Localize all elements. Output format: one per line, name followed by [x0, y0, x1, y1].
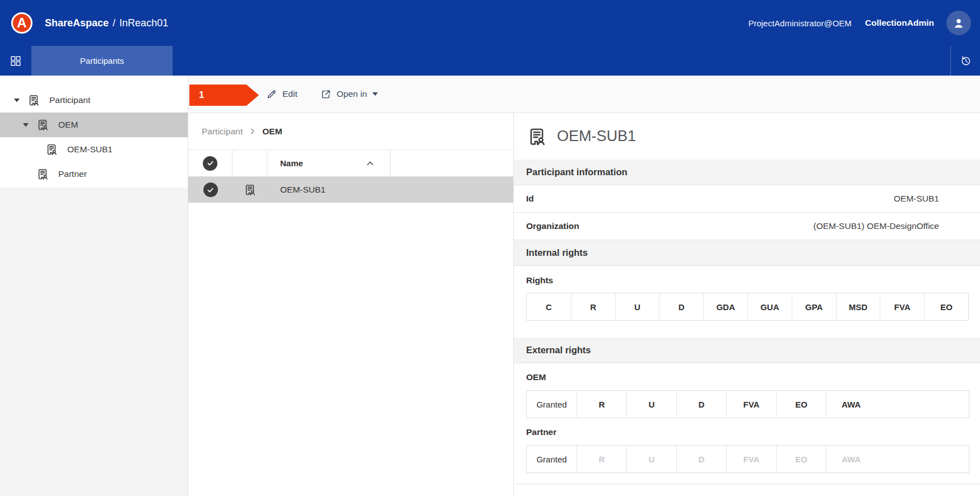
right-cell: GDA [703, 293, 747, 320]
participant-tree-sidebar: Participant OEM OEM-SUB1 [0, 76, 188, 496]
right-cell: EO [924, 293, 968, 320]
dropdown-caret-icon [372, 92, 378, 96]
header-right: ProjectAdministrator@OEM CollectionAdmin [748, 11, 980, 35]
current-role: CollectionAdmin [865, 18, 934, 28]
brand-name: ShareAspace [45, 17, 109, 29]
main-area: 1 Edit Open in [188, 76, 980, 496]
right-cell: D [659, 293, 703, 320]
grid-icon [10, 55, 22, 67]
details-header: OEM-SUB1 [526, 113, 980, 160]
tree-item-label: OEM [58, 120, 78, 130]
content-area: Participant OEM OEM-SUB1 [0, 76, 980, 496]
name-column-header[interactable]: Name [267, 150, 391, 176]
row-checkbox[interactable] [203, 183, 218, 197]
field-label: Id [526, 194, 534, 204]
section-external-rights: External rights [514, 338, 980, 363]
open-external-icon [320, 88, 332, 100]
tree-item-oem-sub1[interactable]: OEM-SUB1 [0, 137, 188, 162]
right-cell-disabled: D [676, 446, 726, 472]
user-avatar[interactable] [946, 11, 971, 35]
right-cell: GUA [747, 293, 792, 320]
right-cell: MSD [836, 293, 880, 320]
external-group-label-oem: OEM [526, 372, 980, 382]
right-cell: AWA [826, 391, 876, 418]
app-header: A ShareAspace / InReach01 ProjectAdminis… [0, 0, 980, 46]
right-cell-disabled: FVA [726, 446, 776, 472]
right-cell: C [527, 293, 571, 320]
right-cell: U [626, 391, 676, 418]
edit-label: Edit [282, 89, 298, 99]
right-cell-disabled: AWA [826, 446, 876, 472]
participant-tree: Participant OEM OEM-SUB1 [0, 76, 188, 188]
pencil-icon [266, 88, 277, 100]
details-title: OEM-SUB1 [557, 128, 636, 145]
row-name-cell: OEM-SUB1 [267, 177, 391, 203]
right-cell: FVA [880, 293, 924, 320]
tree-item-label: Partner [58, 169, 87, 179]
breadcrumb-current: OEM [262, 127, 282, 137]
table-row-oem-sub1[interactable]: OEM-SUB1 [188, 177, 513, 203]
tree-item-label: Participant [49, 95, 90, 105]
external-rights-table-oem: Granted R U D FVA EO AWA [526, 390, 969, 418]
module-nav: Participants [0, 46, 980, 76]
person-icon [951, 16, 966, 30]
right-cell: GPA [792, 293, 836, 320]
breadcrumb-chevron-icon [248, 127, 257, 135]
participant-details-panel: OEM-SUB1 Participant information Id OEM-… [513, 113, 980, 496]
apps-grid-button[interactable] [0, 46, 31, 76]
tab-participants[interactable]: Participants [31, 46, 173, 76]
external-rights-table-partner: Granted R U D FVA EO AWA [526, 445, 969, 473]
participant-icon [36, 167, 49, 181]
row-name: OEM-SUB1 [280, 185, 326, 195]
right-cell: D [676, 391, 726, 418]
logo-letter: A [17, 15, 26, 31]
tree-item-participant[interactable]: Participant [0, 88, 188, 113]
section-participant-information: Participant information [514, 160, 980, 185]
participant-list-panel: Participant OEM [188, 113, 513, 496]
select-all-checkbox[interactable] [203, 156, 217, 171]
history-button[interactable] [951, 46, 980, 76]
right-cell: EO [776, 391, 826, 418]
section-label: External rights [526, 345, 591, 355]
edit-button[interactable]: Edit [266, 88, 298, 100]
participant-icon [243, 183, 257, 196]
title-divider: / [113, 17, 115, 29]
right-cell-disabled: R [577, 446, 626, 472]
shareaspace-app: A ShareAspace / InReach01 ProjectAdminis… [0, 0, 980, 496]
shareaspace-logo: A [11, 12, 32, 34]
participant-icon [27, 93, 40, 107]
open-in-button[interactable]: Open in [320, 88, 378, 100]
participant-icon [526, 126, 547, 147]
granted-cell: Granted [527, 446, 577, 472]
sort-ascending-icon[interactable] [366, 160, 374, 166]
history-icon [959, 54, 972, 67]
select-all-column [188, 150, 233, 176]
tab-label: Participants [80, 56, 124, 65]
tree-item-oem[interactable]: OEM [0, 113, 188, 137]
expand-caret-icon[interactable] [20, 123, 31, 127]
expand-caret-icon[interactable] [11, 99, 22, 102]
right-cell: R [577, 391, 626, 418]
workspace-name: InReach01 [119, 17, 168, 29]
panels-row: Participant OEM [188, 113, 980, 496]
participant-icon [45, 143, 58, 156]
right-cell-disabled: U [626, 446, 676, 472]
nav-right [950, 46, 980, 76]
tree-item-partner[interactable]: Partner [0, 162, 188, 186]
right-cell-disabled: EO [776, 446, 826, 472]
section-label: Participant information [526, 167, 628, 177]
tree-item-label: OEM-SUB1 [67, 144, 113, 155]
name-column-label: Name [280, 158, 303, 168]
command-toolbar: 1 Edit Open in [188, 76, 980, 113]
table-header: Name [188, 150, 513, 177]
current-user: ProjectAdministrator@OEM [748, 18, 851, 28]
right-cell: FVA [726, 391, 776, 418]
open-in-label: Open in [337, 89, 367, 99]
field-label: Organization [526, 221, 579, 231]
annotation-step-arrow: 1 [189, 85, 259, 106]
breadcrumb-parent[interactable]: Participant [202, 127, 243, 137]
right-cell: R [571, 293, 615, 320]
type-icon-column [233, 150, 267, 176]
granted-cell: Granted [527, 391, 577, 418]
field-value: (OEM-SUB1) OEM-DesignOffice [813, 221, 939, 231]
